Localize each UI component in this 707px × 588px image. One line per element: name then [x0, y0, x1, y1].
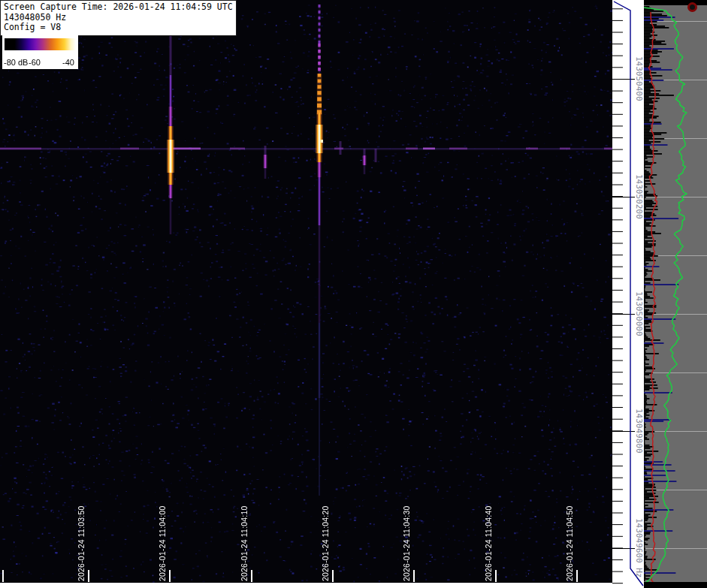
time-axis-label: 2026-01-24 11:04:20: [321, 505, 330, 581]
time-axis-label: 2026-01-24 11:04:10: [240, 505, 249, 581]
capture-time-text: Screen Capture Time: 2026-01-24 11:04:59…: [4, 2, 233, 13]
frequency-axis-label: 143049600 Hz: [634, 518, 644, 577]
colorbar-gradient: [5, 38, 76, 50]
colorbar-ruler: [5, 51, 76, 58]
intensity-scale-legend: -80 dB -60 -40: [2, 35, 78, 69]
time-axis-tick: [251, 570, 252, 582]
frequency-axis-label: 143050200: [634, 174, 644, 219]
waterfall-spectrogram-canvas: [0, 0, 613, 583]
time-axis-label: 2026-01-24 11:04:00: [158, 505, 167, 581]
capture-frequency-text: 143048050 Hz: [4, 13, 233, 23]
time-axis-baseline-strip: [0, 583, 613, 588]
time-axis-label: 2026-01-24 11:03:50: [77, 505, 86, 581]
status-indicator-circle: [687, 2, 697, 12]
db-min-label: -80 dB: [4, 58, 28, 67]
capture-config-text: Config = V8: [4, 23, 233, 33]
spectrum-side-panel: [644, 0, 707, 588]
time-axis-label: 2026-01-24 11:04:40: [484, 505, 493, 581]
capture-info-box: Screen Capture Time: 2026-01-24 11:04:59…: [0, 0, 237, 36]
time-axis-tick: [495, 570, 497, 582]
time-axis-tick: [332, 570, 334, 582]
time-axis-tick: [169, 570, 171, 582]
spectrum-graph-canvas: [644, 0, 707, 588]
time-axis-tick: [88, 570, 89, 582]
db-mid-label: -60: [29, 58, 41, 67]
frequency-axis-label: 143050000: [634, 291, 644, 336]
time-axis-label: 2026-01-24 11:04:30: [402, 505, 411, 581]
time-axis-label: 2026-01-24 11:04:50: [565, 505, 574, 581]
spectrum-lab-screen-capture: 2026-01-24 11:03:502026-01-24 11:04:0020…: [0, 0, 707, 588]
frequency-axis-label: 143049800: [634, 409, 644, 454]
time-axis-tick: [576, 570, 578, 582]
time-axis-tick: [2, 570, 4, 582]
db-max-label: -40: [62, 58, 74, 67]
frequency-axis-label: 143050400: [634, 56, 644, 101]
time-axis-tick: [413, 570, 415, 582]
